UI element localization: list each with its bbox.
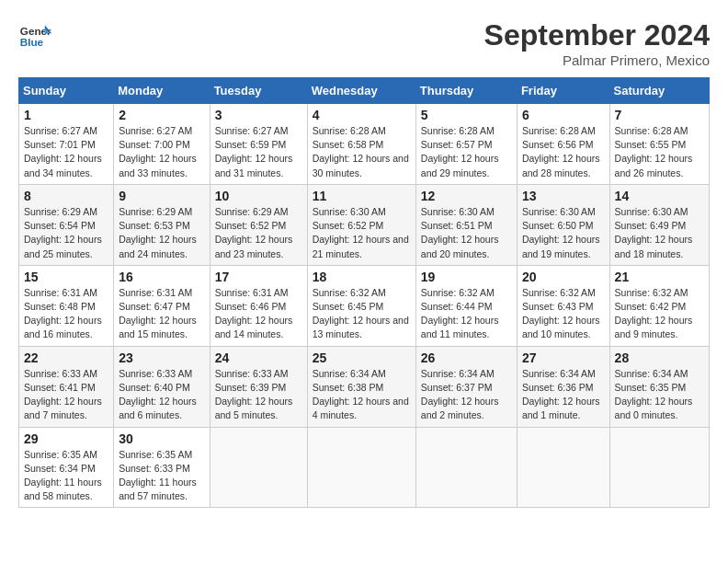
calendar-cell: 17 Sunrise: 6:31 AMSunset: 6:46 PMDaylig… bbox=[210, 265, 307, 346]
day-number: 28 bbox=[615, 350, 704, 365]
day-number: 1 bbox=[24, 108, 108, 122]
day-info: Sunrise: 6:34 AMSunset: 6:36 PMDaylight:… bbox=[522, 368, 600, 421]
day-info: Sunrise: 6:31 AMSunset: 6:48 PMDaylight:… bbox=[24, 287, 102, 340]
calendar-cell: 1 Sunrise: 6:27 AMSunset: 7:01 PMDayligh… bbox=[19, 104, 114, 185]
calendar-table: SundayMondayTuesdayWednesdayThursdayFrid… bbox=[18, 77, 710, 508]
calendar-cell: 21 Sunrise: 6:32 AMSunset: 6:42 PMDaylig… bbox=[609, 265, 709, 346]
day-number: 10 bbox=[215, 189, 302, 203]
calendar-cell: 8 Sunrise: 6:29 AMSunset: 6:54 PMDayligh… bbox=[19, 184, 114, 265]
day-number: 17 bbox=[215, 270, 302, 284]
calendar-cell: 22 Sunrise: 6:33 AMSunset: 6:41 PMDaylig… bbox=[19, 346, 114, 427]
calendar-week-2: 8 Sunrise: 6:29 AMSunset: 6:54 PMDayligh… bbox=[19, 184, 710, 265]
day-info: Sunrise: 6:34 AMSunset: 6:37 PMDaylight:… bbox=[421, 368, 499, 421]
day-info: Sunrise: 6:28 AMSunset: 6:58 PMDaylight:… bbox=[313, 125, 409, 178]
day-number: 27 bbox=[522, 350, 605, 365]
calendar-body: 1 Sunrise: 6:27 AMSunset: 7:01 PMDayligh… bbox=[19, 104, 710, 508]
day-number: 23 bbox=[119, 350, 204, 365]
header-saturday: Saturday bbox=[609, 78, 709, 104]
calendar-cell: 15 Sunrise: 6:31 AMSunset: 6:48 PMDaylig… bbox=[19, 265, 114, 346]
day-number: 12 bbox=[421, 189, 512, 203]
calendar-cell bbox=[307, 427, 415, 508]
day-info: Sunrise: 6:32 AMSunset: 6:44 PMDaylight:… bbox=[421, 287, 499, 340]
day-number: 29 bbox=[24, 431, 108, 446]
header-sunday: Sunday bbox=[19, 78, 114, 104]
calendar-cell: 23 Sunrise: 6:33 AMSunset: 6:40 PMDaylig… bbox=[114, 346, 210, 427]
day-number: 13 bbox=[522, 189, 605, 203]
header-friday: Friday bbox=[517, 78, 609, 104]
day-number: 2 bbox=[119, 108, 204, 122]
title-section: September 2024 Palmar Primero, Mexico bbox=[484, 18, 710, 68]
day-info: Sunrise: 6:30 AMSunset: 6:51 PMDaylight:… bbox=[421, 206, 499, 259]
calendar-cell: 9 Sunrise: 6:29 AMSunset: 6:53 PMDayligh… bbox=[114, 184, 210, 265]
day-info: Sunrise: 6:34 AMSunset: 6:38 PMDaylight:… bbox=[313, 368, 409, 421]
day-number: 24 bbox=[215, 350, 302, 365]
calendar-cell: 19 Sunrise: 6:32 AMSunset: 6:44 PMDaylig… bbox=[415, 265, 517, 346]
calendar-cell: 30 Sunrise: 6:35 AMSunset: 6:33 PMDaylig… bbox=[114, 427, 210, 508]
calendar-week-5: 29 Sunrise: 6:35 AMSunset: 6:34 PMDaylig… bbox=[19, 427, 710, 508]
month-title: September 2024 bbox=[484, 18, 710, 52]
calendar-cell: 25 Sunrise: 6:34 AMSunset: 6:38 PMDaylig… bbox=[307, 346, 415, 427]
calendar-header: SundayMondayTuesdayWednesdayThursdayFrid… bbox=[19, 78, 710, 104]
day-info: Sunrise: 6:31 AMSunset: 6:47 PMDaylight:… bbox=[119, 287, 197, 340]
day-info: Sunrise: 6:35 AMSunset: 6:33 PMDaylight:… bbox=[119, 449, 197, 502]
day-number: 21 bbox=[615, 270, 704, 284]
calendar-cell: 5 Sunrise: 6:28 AMSunset: 6:57 PMDayligh… bbox=[415, 104, 517, 185]
day-number: 16 bbox=[119, 270, 204, 284]
day-info: Sunrise: 6:35 AMSunset: 6:34 PMDaylight:… bbox=[24, 449, 102, 502]
calendar-week-1: 1 Sunrise: 6:27 AMSunset: 7:01 PMDayligh… bbox=[19, 104, 710, 185]
calendar-cell: 20 Sunrise: 6:32 AMSunset: 6:43 PMDaylig… bbox=[517, 265, 609, 346]
calendar-cell bbox=[609, 427, 709, 508]
calendar-cell: 11 Sunrise: 6:30 AMSunset: 6:52 PMDaylig… bbox=[307, 184, 415, 265]
day-number: 19 bbox=[421, 270, 512, 284]
day-info: Sunrise: 6:28 AMSunset: 6:56 PMDaylight:… bbox=[522, 125, 600, 178]
day-number: 9 bbox=[119, 189, 204, 203]
calendar-cell: 7 Sunrise: 6:28 AMSunset: 6:55 PMDayligh… bbox=[609, 104, 709, 185]
calendar-cell: 13 Sunrise: 6:30 AMSunset: 6:50 PMDaylig… bbox=[517, 184, 609, 265]
header-wednesday: Wednesday bbox=[307, 78, 415, 104]
day-info: Sunrise: 6:27 AMSunset: 7:00 PMDaylight:… bbox=[119, 125, 197, 178]
day-number: 11 bbox=[313, 189, 411, 203]
day-info: Sunrise: 6:28 AMSunset: 6:55 PMDaylight:… bbox=[615, 125, 693, 178]
day-info: Sunrise: 6:33 AMSunset: 6:39 PMDaylight:… bbox=[215, 368, 293, 421]
day-info: Sunrise: 6:31 AMSunset: 6:46 PMDaylight:… bbox=[215, 287, 293, 340]
calendar-cell: 28 Sunrise: 6:34 AMSunset: 6:35 PMDaylig… bbox=[609, 346, 709, 427]
day-info: Sunrise: 6:33 AMSunset: 6:41 PMDaylight:… bbox=[24, 368, 102, 421]
day-number: 22 bbox=[24, 350, 108, 365]
calendar-cell: 4 Sunrise: 6:28 AMSunset: 6:58 PMDayligh… bbox=[307, 104, 415, 185]
day-number: 20 bbox=[522, 270, 605, 284]
day-number: 30 bbox=[119, 431, 204, 446]
day-info: Sunrise: 6:27 AMSunset: 6:59 PMDaylight:… bbox=[215, 125, 293, 178]
calendar-cell: 3 Sunrise: 6:27 AMSunset: 6:59 PMDayligh… bbox=[210, 104, 307, 185]
header-row: SundayMondayTuesdayWednesdayThursdayFrid… bbox=[19, 78, 710, 104]
calendar-cell: 26 Sunrise: 6:34 AMSunset: 6:37 PMDaylig… bbox=[415, 346, 517, 427]
day-number: 18 bbox=[313, 270, 411, 284]
day-number: 3 bbox=[215, 108, 302, 122]
calendar-cell bbox=[517, 427, 609, 508]
day-info: Sunrise: 6:30 AMSunset: 6:50 PMDaylight:… bbox=[522, 206, 600, 259]
day-number: 6 bbox=[522, 108, 605, 122]
day-number: 7 bbox=[615, 108, 704, 122]
day-info: Sunrise: 6:29 AMSunset: 6:54 PMDaylight:… bbox=[24, 206, 102, 259]
calendar-cell bbox=[210, 427, 307, 508]
day-number: 26 bbox=[421, 350, 512, 365]
calendar-week-3: 15 Sunrise: 6:31 AMSunset: 6:48 PMDaylig… bbox=[19, 265, 710, 346]
calendar-cell: 6 Sunrise: 6:28 AMSunset: 6:56 PMDayligh… bbox=[517, 104, 609, 185]
calendar-cell: 12 Sunrise: 6:30 AMSunset: 6:51 PMDaylig… bbox=[415, 184, 517, 265]
page-header: General Blue September 2024 Palmar Prime… bbox=[18, 18, 710, 68]
calendar-cell: 24 Sunrise: 6:33 AMSunset: 6:39 PMDaylig… bbox=[210, 346, 307, 427]
day-number: 15 bbox=[24, 270, 108, 284]
day-number: 5 bbox=[421, 108, 512, 122]
day-info: Sunrise: 6:34 AMSunset: 6:35 PMDaylight:… bbox=[615, 368, 693, 421]
calendar-cell: 16 Sunrise: 6:31 AMSunset: 6:47 PMDaylig… bbox=[114, 265, 210, 346]
svg-text:Blue: Blue bbox=[20, 36, 44, 48]
location-subtitle: Palmar Primero, Mexico bbox=[484, 52, 710, 68]
logo: General Blue bbox=[18, 18, 51, 52]
day-info: Sunrise: 6:29 AMSunset: 6:52 PMDaylight:… bbox=[215, 206, 293, 259]
calendar-cell: 27 Sunrise: 6:34 AMSunset: 6:36 PMDaylig… bbox=[517, 346, 609, 427]
header-thursday: Thursday bbox=[415, 78, 517, 104]
day-info: Sunrise: 6:27 AMSunset: 7:01 PMDaylight:… bbox=[24, 125, 102, 178]
day-info: Sunrise: 6:29 AMSunset: 6:53 PMDaylight:… bbox=[119, 206, 197, 259]
day-number: 4 bbox=[313, 108, 411, 122]
day-number: 25 bbox=[313, 350, 411, 365]
day-info: Sunrise: 6:30 AMSunset: 6:49 PMDaylight:… bbox=[615, 206, 693, 259]
